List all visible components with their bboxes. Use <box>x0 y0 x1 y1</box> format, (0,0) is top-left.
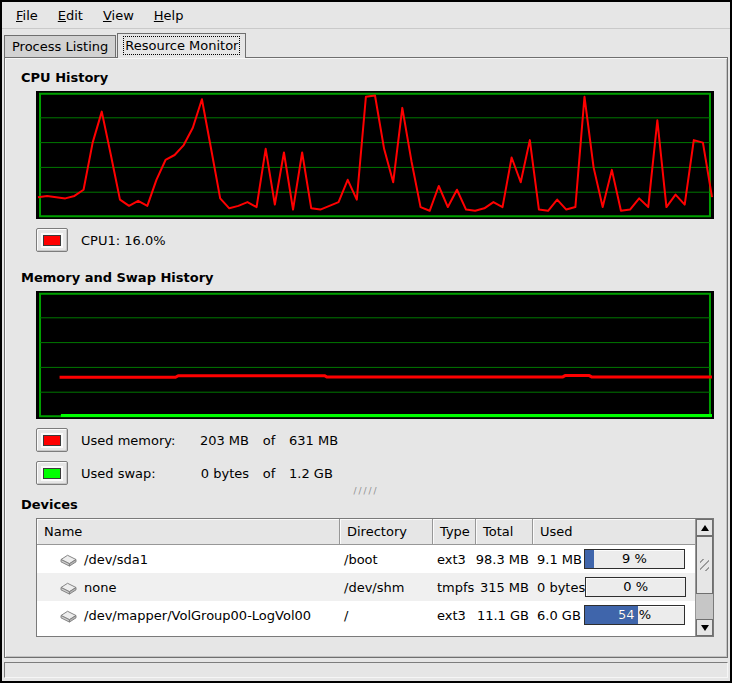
memory-color-button[interactable] <box>36 428 68 452</box>
usage-percent: 0 % <box>586 578 685 596</box>
cpu-legend-label: CPU1: 16.0% <box>81 233 166 248</box>
device-type: tmpfs <box>433 573 476 601</box>
device-used: 6.0 GB <box>537 608 581 623</box>
swap-of-label: of <box>249 466 289 481</box>
disk-icon <box>59 580 78 595</box>
cpu-legend: CPU1: 16.0% <box>36 228 714 252</box>
memory-legend-label: Used memory: <box>81 433 185 448</box>
swap-color-button[interactable] <box>36 461 68 485</box>
vertical-scrollbar <box>695 519 713 636</box>
device-total: 98.3 MB <box>476 545 533 573</box>
device-name: /dev/mapper/VolGroup00-LogVol00 <box>84 608 311 623</box>
device-directory: / <box>340 601 433 629</box>
cpu-color-swatch <box>43 235 61 246</box>
scrollbar-thumb[interactable] <box>696 536 713 594</box>
tab-resource-monitor[interactable]: Resource Monitor <box>117 33 246 58</box>
status-bar <box>4 662 728 678</box>
device-type: ext3 <box>433 545 476 573</box>
swap-color-swatch <box>43 468 61 479</box>
device-name: none <box>84 580 116 595</box>
scrollbar-grip-icon <box>700 559 709 571</box>
device-name: /dev/sda1 <box>84 552 148 567</box>
device-used: 0 bytes <box>537 580 585 595</box>
swap-total-value: 1.2 GB <box>289 466 333 481</box>
menu-view[interactable]: View <box>93 2 144 28</box>
device-directory: /dev/shm <box>340 573 433 601</box>
table-row[interactable]: none /dev/shm tmpfs 315 MB 0 bytes 0 % 0… <box>37 573 695 601</box>
memory-legend: Used memory: 203 MB of 631 MB <box>36 428 714 452</box>
swap-legend-label: Used swap: <box>81 466 185 481</box>
pane-resize-grip[interactable]: ///// <box>18 487 714 497</box>
tab-process-listing[interactable]: Process Listing <box>4 35 116 57</box>
menu-edit[interactable]: Edit <box>48 2 93 28</box>
system-monitor-window: File Edit View Help Process Listing Reso… <box>0 0 732 683</box>
tab-label: Process Listing <box>12 39 108 54</box>
menu-help[interactable]: Help <box>144 2 194 28</box>
cpu-history-graph <box>36 91 714 219</box>
resource-monitor-page: CPU History CPU1: 16.0% Memory and Swap … <box>4 57 728 658</box>
column-header-type[interactable]: Type <box>433 519 476 545</box>
devices-title: Devices <box>21 497 714 512</box>
scroll-up-button[interactable] <box>696 519 713 536</box>
column-header-name[interactable]: Name <box>37 519 340 545</box>
disk-icon <box>59 552 78 567</box>
column-header-used[interactable]: Used <box>533 519 695 545</box>
disk-icon <box>59 608 78 623</box>
column-header-total[interactable]: Total <box>476 519 533 545</box>
table-row[interactable]: /dev/mapper/VolGroup00-LogVol00 / ext3 1… <box>37 601 695 629</box>
cpu-color-button[interactable] <box>36 228 68 252</box>
device-type: ext3 <box>433 601 476 629</box>
swap-legend: Used swap: 0 bytes of 1.2 GB <box>36 461 714 485</box>
usage-progress-bar: 54 % 54 % <box>584 605 685 625</box>
device-total: 11.1 GB <box>476 601 533 629</box>
memory-history-graph <box>36 291 714 419</box>
devices-table-header: Name Directory Type Total Used <box>37 519 695 545</box>
memory-used-value: 203 MB <box>185 433 249 448</box>
tab-label: Resource Monitor <box>125 38 238 53</box>
up-arrow-icon <box>701 525 709 531</box>
cpu-history-title: CPU History <box>21 70 714 85</box>
swap-used-value: 0 bytes <box>185 466 249 481</box>
scrollbar-trough[interactable] <box>696 594 713 619</box>
table-row[interactable]: /dev/sda1 /boot ext3 98.3 MB 9.1 MB 9 % … <box>37 545 695 573</box>
scroll-down-button[interactable] <box>696 619 713 636</box>
device-used: 9.1 MB <box>537 552 582 567</box>
usage-percent: 9 % <box>585 550 684 568</box>
memory-history-title: Memory and Swap History <box>21 270 714 285</box>
device-directory: /boot <box>340 545 433 573</box>
usage-progress-bar: 9 % 9 % <box>584 549 685 569</box>
memory-total-value: 631 MB <box>289 433 338 448</box>
menu-bar: File Edit View Help <box>2 2 730 29</box>
device-total: 315 MB <box>476 573 533 601</box>
memory-of-label: of <box>249 433 289 448</box>
down-arrow-icon <box>701 625 709 631</box>
tab-bar: Process Listing Resource Monitor <box>2 29 730 57</box>
memory-color-swatch <box>43 435 61 446</box>
usage-progress-bar: 0 % 0 % <box>585 577 686 597</box>
devices-table: Name Directory Type Total Used /dev/sd <box>36 518 714 637</box>
column-header-directory[interactable]: Directory <box>340 519 433 545</box>
menu-file[interactable]: File <box>6 2 48 28</box>
